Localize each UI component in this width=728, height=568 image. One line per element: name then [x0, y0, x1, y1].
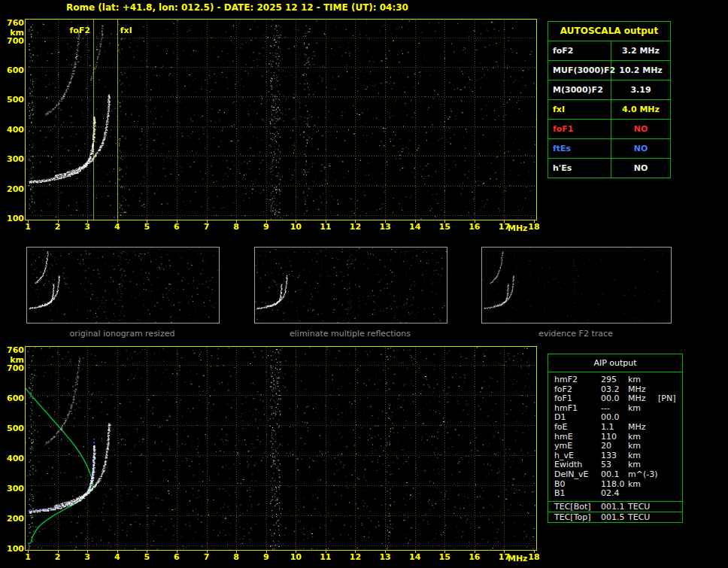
x-tick-mark: [415, 220, 416, 223]
aip-row-hmF2: hmF2295km: [554, 375, 682, 385]
aip-param-label: foE: [554, 423, 601, 433]
x-tick-label: 1: [25, 553, 31, 561]
aip-param-note: [658, 451, 682, 461]
aip-row-hmE: hmE110km: [554, 433, 682, 442]
y-tick-label: 700: [5, 36, 24, 44]
y-axis-unit: km: [5, 29, 24, 37]
x-tick-label: 18: [528, 553, 539, 561]
x-tick-label: 14: [409, 223, 420, 231]
x-tick-mark: [117, 551, 118, 553]
x-tick-label: 1: [25, 223, 31, 231]
x-tick-label: 4: [114, 553, 120, 561]
x-tick-label: 6: [174, 223, 180, 231]
x-tick-mark: [58, 551, 59, 553]
aip-param-label: DelN_vE: [554, 470, 601, 480]
aip-tec-value: 001.1: [601, 502, 628, 512]
aip-param-note: [658, 470, 682, 480]
aip-param-note: [PN]: [658, 394, 682, 404]
x-axis-unit: MHz: [508, 554, 528, 563]
y-tick-label: 760: [5, 19, 24, 27]
x-tick-label: 3: [84, 223, 90, 231]
x-tick-label: 12: [350, 223, 361, 231]
aip-param-note: [658, 404, 682, 414]
thumbnail-evidence-f2-trace: [481, 247, 672, 323]
x-tick-mark: [147, 220, 147, 223]
aip-param-note: [658, 489, 682, 499]
thumbnail-caption-original: original ionogram resized: [26, 329, 218, 339]
aip-param-label: foF1: [554, 394, 601, 404]
x-tick-label: 6: [174, 553, 180, 561]
autoscala-output-rows: foF23.2 MHzMUF(3000)F210.2 MHzM(3000)F23…: [548, 41, 670, 178]
aip-param-unit: km: [628, 404, 658, 414]
marker-label-foF2: foF2: [65, 26, 90, 35]
aip-param-unit: km: [628, 442, 658, 451]
x-tick-label: 11: [320, 553, 331, 561]
x-tick-label: 15: [439, 553, 450, 561]
x-tick-mark: [475, 551, 475, 553]
x-tick-mark: [117, 220, 118, 223]
x-tick-mark: [534, 220, 535, 223]
autoscala-param-label: foF1: [548, 120, 611, 138]
autoscala-param-value: NO: [611, 159, 670, 178]
x-tick-label: 4: [114, 223, 120, 231]
x-tick-mark: [296, 551, 296, 553]
aip-param-unit: km: [628, 375, 658, 385]
aip-param-label: B1: [554, 489, 601, 499]
x-tick-mark: [236, 220, 237, 223]
x-tick-mark: [444, 551, 445, 553]
aip-param-note: [658, 375, 682, 385]
thumbnail-caption-eliminate: eliminate multiple reflections: [254, 329, 446, 339]
x-tick-label: 2: [55, 223, 61, 231]
x-tick-mark: [534, 551, 535, 553]
autoscala-param-label: h'Es: [548, 159, 611, 178]
autoscala-output-header: AUTOSCALA output: [548, 22, 670, 41]
aip-param-note: [658, 413, 682, 423]
x-tick-mark: [444, 220, 445, 223]
x-tick-mark: [147, 551, 147, 553]
aip-param-note: [658, 423, 682, 433]
aip-param-unit: [628, 489, 658, 499]
aip-output-rows: hmF2295kmfoF203.2MHzfoF100.0MHz[PN]hmF1-…: [548, 372, 682, 501]
x-tick-label: 15: [439, 223, 450, 231]
x-axis-unit: MHz: [508, 224, 528, 232]
autoscala-row-foF2: foF23.2 MHz: [548, 41, 670, 61]
x-tick-mark: [415, 551, 416, 553]
aip-tec-row-TEC[Bot]: TEC[Bot]001.1TECU: [548, 502, 682, 512]
autoscala-param-value: 3.19: [611, 80, 670, 99]
plot-bottom-canvas: [25, 346, 537, 551]
x-tick-label: 11: [320, 223, 331, 231]
x-tick-mark: [504, 551, 505, 553]
aip-param-value: 02.4: [601, 489, 628, 499]
x-tick-mark: [87, 220, 88, 223]
thumbnail-caption-evidence: evidence F2 trace: [481, 329, 670, 339]
autoscala-row-foF1: foF1NO: [548, 120, 670, 139]
aip-tec-value: 001.5: [601, 512, 628, 522]
y-tick-label: 700: [5, 364, 24, 372]
aip-tec-unit: TECU: [628, 512, 658, 522]
autoscala-param-label: fxI: [548, 100, 611, 119]
autoscala-row-h'Es: h'EsNO: [548, 159, 670, 178]
aip-tec-label: TEC[Bot]: [554, 502, 601, 512]
x-tick-mark: [326, 551, 326, 553]
x-tick-mark: [385, 551, 386, 553]
x-tick-label: 7: [204, 553, 210, 561]
autoscala-param-label: foF2: [548, 41, 611, 60]
aip-row-B1: B102.4: [554, 489, 682, 499]
aip-param-value: 20: [601, 442, 628, 451]
x-tick-mark: [87, 551, 88, 553]
x-tick-label: 7: [204, 223, 210, 231]
thumbnail-eliminate-reflections: [254, 247, 447, 323]
x-tick-mark: [266, 551, 267, 553]
x-tick-mark: [207, 551, 208, 553]
aip-row-DelN_vE: DelN_vE00.1m^(-3): [554, 470, 682, 480]
x-tick-label: 8: [233, 553, 239, 561]
x-tick-mark: [177, 551, 177, 553]
x-tick-label: 10: [290, 223, 302, 231]
x-tick-label: 12: [350, 553, 361, 561]
aip-param-value: 00.1: [601, 470, 628, 480]
y-tick-label: 200: [5, 184, 24, 193]
aip-row-foF1: foF100.0MHz[PN]: [554, 394, 682, 404]
y-tick-label: 600: [5, 66, 24, 74]
aip-param-unit: MHz: [628, 423, 658, 433]
aip-param-note: [658, 460, 682, 470]
